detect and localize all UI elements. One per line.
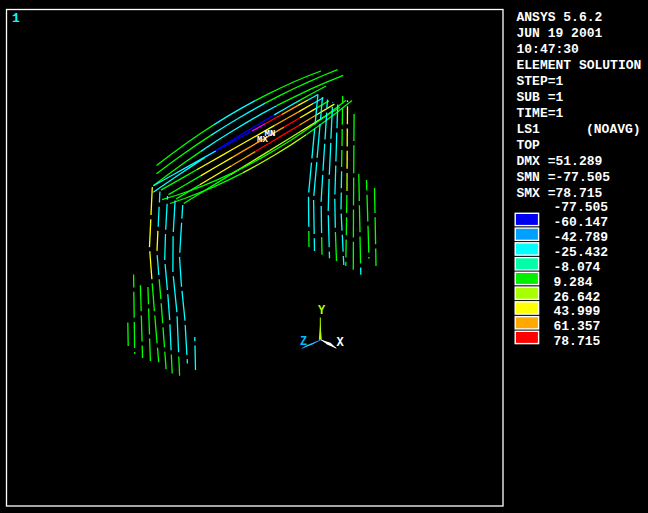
svg-text:X: X — [337, 336, 345, 350]
svg-text:SMN =-77.505: SMN =-77.505 — [517, 170, 611, 185]
svg-text:STEP=1: STEP=1 — [517, 74, 564, 89]
svg-text:ANSYS 5.6.2: ANSYS 5.6.2 — [517, 10, 603, 25]
svg-text:ELEMENT SOLUTION: ELEMENT SOLUTION — [517, 58, 642, 73]
svg-text:-8.074: -8.074 — [554, 260, 601, 275]
svg-text:JUN 19 2001: JUN 19 2001 — [517, 26, 603, 41]
svg-text:78.715: 78.715 — [554, 334, 601, 349]
svg-text:LS1: LS1 — [517, 122, 541, 137]
svg-text:9.284: 9.284 — [554, 275, 593, 290]
svg-text:TIME=1: TIME=1 — [517, 106, 564, 121]
svg-text:SMX =78.715: SMX =78.715 — [517, 186, 603, 201]
svg-text:Z: Z — [300, 335, 307, 349]
svg-text:MX: MX — [257, 135, 268, 145]
svg-text:DMX =51.289: DMX =51.289 — [517, 154, 603, 169]
svg-text:TOP: TOP — [517, 138, 541, 153]
svg-text:(NOAVG): (NOAVG) — [586, 122, 641, 137]
svg-text:43.999: 43.999 — [554, 304, 601, 319]
svg-text:Y: Y — [318, 304, 326, 318]
svg-text:-25.432: -25.432 — [554, 245, 609, 260]
svg-text:-77.505: -77.505 — [554, 200, 609, 215]
svg-text:26.642: 26.642 — [554, 290, 601, 305]
svg-text:-42.789: -42.789 — [554, 230, 609, 245]
svg-text:1: 1 — [12, 11, 20, 26]
svg-text:SUB =1: SUB =1 — [517, 90, 564, 105]
svg-text:10:47:30: 10:47:30 — [517, 42, 580, 57]
svg-text:61.357: 61.357 — [554, 319, 601, 334]
svg-text:-60.147: -60.147 — [554, 215, 609, 230]
